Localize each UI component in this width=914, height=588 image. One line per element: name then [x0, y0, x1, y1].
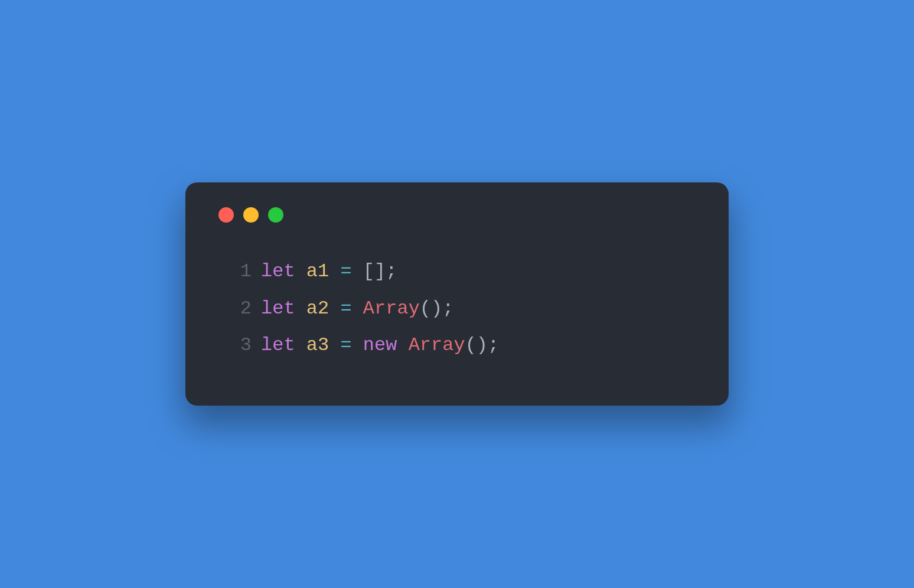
code-token: (); [420, 290, 454, 327]
code-token [329, 327, 340, 364]
code-token: Array [363, 290, 420, 327]
code-token: new [363, 327, 397, 364]
code-token [329, 253, 340, 290]
code-line[interactable]: 1let a1 = []; [228, 253, 699, 290]
code-token [295, 290, 306, 327]
window-zoom-icon[interactable] [268, 207, 283, 223]
editor-window: 1let a1 = [];2let a2 = Array();3let a3 =… [185, 182, 729, 405]
code-token [397, 327, 408, 364]
code-line[interactable]: 2let a2 = Array(); [228, 290, 699, 327]
code-token: let [261, 253, 295, 290]
code-token: = [340, 290, 351, 327]
code-token: let [261, 327, 295, 364]
line-number: 3 [228, 327, 252, 364]
code-token: let [261, 290, 295, 327]
code-token: = [340, 327, 351, 364]
code-token: []; [363, 253, 397, 290]
window-close-icon[interactable] [218, 207, 234, 223]
code-token: (); [465, 327, 500, 364]
code-token [352, 253, 363, 290]
code-token: = [340, 253, 351, 290]
code-line[interactable]: 3let a3 = new Array(); [228, 327, 699, 364]
code-token: a1 [306, 253, 329, 290]
code-token: a2 [306, 290, 329, 327]
code-token [352, 327, 363, 364]
code-token [329, 290, 340, 327]
code-token [295, 253, 306, 290]
code-token: Array [409, 327, 465, 364]
code-token [352, 290, 363, 327]
line-number: 2 [228, 290, 252, 327]
code-token [295, 327, 306, 364]
code-token: a3 [306, 327, 329, 364]
window-minimize-icon[interactable] [243, 207, 259, 223]
line-number: 1 [228, 253, 252, 290]
window-titlebar [215, 207, 699, 223]
code-area[interactable]: 1let a1 = [];2let a2 = Array();3let a3 =… [215, 253, 699, 364]
